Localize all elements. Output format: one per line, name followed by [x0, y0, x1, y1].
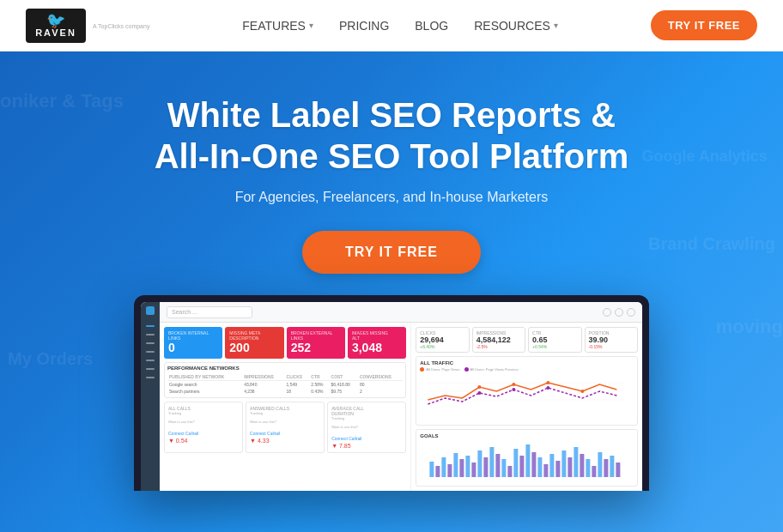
- col-clicks: CLICKS: [285, 373, 310, 381]
- laptop-mockup: Search ...: [134, 295, 649, 491]
- stat-trend: -0.15%: [589, 344, 634, 349]
- traffic-chart-svg: [420, 374, 634, 408]
- stat-clicks: CLICKS 29,694 +6.40%: [416, 327, 469, 353]
- nav-links: FEATURES ▾ PRICING BLOG RESOURCES ▾: [242, 19, 558, 33]
- col-ctr: CTR: [309, 373, 329, 381]
- metric-label: MISSING METADESCRIPTION: [229, 330, 279, 341]
- nav-features[interactable]: FEATURES ▾: [242, 19, 313, 33]
- nav-resources[interactable]: RESOURCES ▾: [474, 19, 558, 33]
- settings-icon[interactable]: [603, 308, 611, 317]
- dashboard-right-panel: CLICKS 29,694 +6.40% IMPRESSIONS 4,584,1…: [410, 323, 642, 491]
- hero-section: Moniker & Tags Google Analytics Brand Cr…: [0, 51, 783, 532]
- metric-card-broken-internal: BROKEN INTERNALLINKS 0: [164, 327, 222, 359]
- svg-rect-14: [454, 453, 458, 477]
- bg-word: Brand Crawling: [648, 234, 775, 254]
- col-conversions: CONVERSIONS: [358, 373, 403, 381]
- notifications-icon[interactable]: [615, 308, 623, 317]
- goals-chart: GOALS: [416, 429, 638, 487]
- svg-rect-19: [484, 457, 489, 477]
- bg-word: My Orders: [8, 349, 93, 369]
- dashboard-sidebar: [141, 302, 160, 491]
- hero-subtitle: For Agencies, Freelancers, and In-house …: [155, 190, 629, 205]
- nav-blog[interactable]: BLOG: [415, 19, 448, 33]
- svg-rect-30: [550, 454, 555, 477]
- stat-trend: +0.54%: [532, 344, 577, 349]
- search-placeholder: Search ...: [172, 309, 197, 315]
- stat-value: 0.65: [532, 336, 577, 344]
- metric-value: 3,048: [352, 341, 402, 355]
- chevron-down-icon: ▾: [309, 21, 313, 30]
- metric-label: IMAGES MISSINGALT: [352, 330, 402, 341]
- legend-item: All Users: Page Views: [420, 367, 459, 372]
- goals-chart-title: GOALS: [420, 433, 634, 438]
- navbar: 🐦 RAVEN A TopClicks company FEATURES ▾ P…: [0, 0, 783, 51]
- laptop-screen: Search ...: [141, 302, 642, 491]
- bottom-card-link[interactable]: Connect Callrail: [250, 431, 320, 436]
- bottom-card-link[interactable]: Connect Callrail: [168, 431, 239, 436]
- dashboard-main: Search ...: [160, 302, 642, 491]
- col-impressions: IMPRESSIONS: [242, 373, 284, 381]
- svg-point-9: [547, 386, 550, 390]
- metric-value: 0: [168, 341, 218, 355]
- bottom-card-value: ▼ 0.54: [168, 438, 239, 444]
- bg-word: moving: [716, 316, 783, 338]
- svg-rect-25: [520, 456, 525, 477]
- dashboard-left-panel: BROKEN INTERNALLINKS 0 MISSING METADESCR…: [160, 323, 410, 491]
- metric-label: BROKEN INTERNALLINKS: [168, 330, 218, 341]
- svg-rect-33: [568, 457, 573, 477]
- col-network: PUBLISHED BY NETWORK: [167, 373, 242, 381]
- svg-rect-32: [562, 450, 567, 477]
- svg-rect-12: [442, 457, 446, 477]
- logo-name: RAVEN: [35, 28, 76, 38]
- svg-rect-35: [580, 454, 585, 477]
- dashboard-topbar: Search ...: [160, 302, 642, 323]
- bottom-card-avg-duration: AVERAGE CALLDURATION Tracking Want to us…: [327, 402, 406, 453]
- performance-table: PUBLISHED BY NETWORK IMPRESSIONS CLICKS …: [167, 373, 403, 395]
- chart-title: ALL TRAFFIC: [420, 360, 634, 366]
- svg-rect-15: [460, 459, 464, 477]
- svg-rect-24: [514, 449, 519, 477]
- metric-card-images-missing-alt: IMAGES MISSINGALT 3,048: [348, 327, 406, 359]
- legend-item: All Users: Page Views Previous: [464, 367, 519, 372]
- bg-word: Moniker & Tags: [0, 90, 124, 112]
- logo-subtitle: A TopClicks company: [93, 23, 149, 29]
- laptop-frame: Search ...: [134, 295, 649, 491]
- bottom-card-sublabel: Tracking: [168, 411, 239, 415]
- svg-rect-31: [556, 461, 561, 477]
- sidebar-nav-icon: [146, 325, 155, 327]
- dashboard-search[interactable]: Search ...: [167, 306, 252, 318]
- metric-value: 200: [229, 341, 279, 355]
- bottom-card-prompt: Want to use this?: [250, 420, 320, 424]
- sidebar-nav-icon: [146, 360, 155, 361]
- logo-box: 🐦 RAVEN: [26, 9, 86, 43]
- hero-title: White Label SEO Reports & All-In-One SEO…: [155, 94, 629, 177]
- hero-try-it-free-button[interactable]: TRY IT FREE: [302, 231, 481, 274]
- bottom-card-link[interactable]: Connect Callrail: [331, 436, 402, 441]
- table-row: Google search 43,840 1,549 2.58% $6,418.…: [167, 380, 403, 388]
- bottom-card-prompt: Want to use this?: [168, 420, 239, 424]
- stats-row: CLICKS 29,694 +6.40% IMPRESSIONS 4,584,1…: [416, 327, 638, 353]
- svg-rect-22: [502, 459, 507, 477]
- svg-rect-13: [448, 464, 452, 477]
- bottom-card-answered-calls: ANSWERED CALLS Tracking Want to use this…: [246, 402, 325, 453]
- bg-word: SEO Reports: [659, 76, 744, 91]
- legend-dot: [464, 367, 469, 372]
- svg-rect-11: [436, 466, 440, 477]
- stat-trend: -2.5%: [476, 344, 521, 349]
- user-icon[interactable]: [627, 308, 635, 317]
- dashboard: Search ...: [141, 302, 642, 491]
- col-cost: COST: [330, 373, 358, 381]
- table-title: PERFORMANCE NETWORKS: [167, 366, 403, 371]
- goals-chart-svg: [420, 440, 634, 479]
- svg-rect-37: [592, 466, 597, 477]
- traffic-chart: ALL TRAFFIC All Users: Page Views: [416, 356, 638, 426]
- nav-try-it-free-button[interactable]: TRY IT FREE: [651, 10, 757, 40]
- svg-rect-23: [508, 466, 513, 477]
- bottom-cards-row: ALL CALLS Tracking Want to use this? Con…: [164, 402, 406, 453]
- bottom-card-value: ▼ 7.85: [331, 443, 402, 449]
- svg-point-8: [513, 388, 516, 391]
- stat-ctr: CTR 0.65 +0.54%: [528, 327, 581, 353]
- svg-point-5: [547, 381, 550, 384]
- stat-trend: +6.40%: [420, 344, 464, 349]
- nav-pricing[interactable]: PRICING: [339, 19, 389, 33]
